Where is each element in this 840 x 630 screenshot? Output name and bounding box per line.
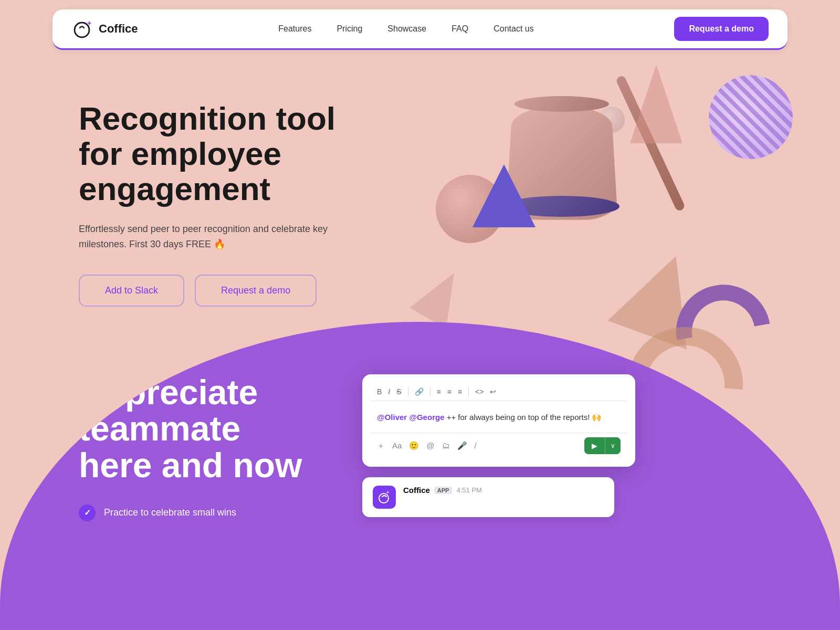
message-area: @Oliver @George ++ for always being on t… [371, 407, 627, 428]
code-icon[interactable]: <> [475, 387, 484, 396]
hero-title: Recognition tool for employee engagement [79, 101, 373, 207]
notification-badge: APP [434, 487, 453, 494]
emoji-icon[interactable]: 🙂 [409, 441, 419, 451]
check-circle-icon [79, 505, 96, 521]
send-button-group: ▶ ∨ [584, 437, 621, 454]
navbar-request-demo-button[interactable]: Request a demo [674, 17, 769, 41]
purple-section: Appreciate teammate here and now Practic… [0, 322, 840, 630]
toolbar-sep-3 [468, 387, 469, 396]
nav-pricing[interactable]: Pricing [337, 24, 362, 33]
navbar: + Coffice Features Pricing Showcase FAQ … [52, 9, 788, 50]
cone2-shape [410, 262, 472, 329]
slash-icon[interactable]: / [475, 441, 477, 451]
bold-icon[interactable]: B [377, 387, 382, 396]
cone-shape [630, 65, 682, 143]
mention-george: @George [409, 413, 444, 422]
send-chevron-button[interactable]: ∨ [605, 437, 621, 454]
nav-contact[interactable]: Contact us [494, 24, 533, 33]
font-icon[interactable]: Aa [392, 441, 402, 451]
purple-text-area: Appreciate teammate here and now Practic… [79, 374, 320, 530]
hero-buttons: Add to Slack Request a demo [79, 275, 373, 307]
notification-content: Coffice APP 4:51 PM [403, 486, 482, 497]
logo-text: Coffice [99, 22, 138, 36]
at-icon[interactable]: @ [426, 441, 434, 451]
notification-app-name: Coffice [403, 486, 430, 495]
notification-card: + Coffice APP 4:51 PM [362, 477, 614, 517]
plus-icon[interactable]: ＋ [377, 441, 385, 451]
toolbar-sep-2 [430, 387, 430, 396]
input-icons: ＋ Aa 🙂 @ 🗂 🎤 / [377, 441, 477, 451]
hero-visual [404, 59, 798, 364]
undo-icon[interactable]: ↩ [490, 387, 496, 396]
striped-ball-shape [709, 75, 793, 159]
nav-links: Features Pricing Showcase FAQ Contact us [278, 24, 533, 34]
hero-text: Recognition tool for employee engagement… [79, 91, 373, 307]
italic-icon[interactable]: I [388, 387, 390, 396]
purple-blob: Appreciate teammate here and now Practic… [0, 322, 840, 630]
send-button[interactable]: ▶ [584, 437, 605, 454]
list-icon-2[interactable]: ≡ [447, 387, 452, 396]
hero-subtitle: Effortlessly send peer to peer recogniti… [79, 222, 373, 252]
logo[interactable]: + Coffice [71, 17, 138, 40]
message-text: ++ for always being on top of the report… [447, 413, 602, 422]
strikethrough-icon[interactable]: S [396, 387, 401, 396]
folder-icon[interactable]: 🗂 [442, 441, 450, 451]
svg-text:+: + [386, 490, 389, 495]
add-to-slack-button[interactable]: Add to Slack [79, 275, 184, 307]
notification-header: Coffice APP 4:51 PM [403, 486, 482, 495]
list-icon-1[interactable]: ≡ [437, 387, 441, 396]
link-icon[interactable]: 🔗 [415, 387, 424, 396]
message-composer-card: B I S 🔗 ≡ ≡ ≡ <> ↩ @Oliver @George [362, 374, 635, 467]
svg-text:+: + [87, 19, 91, 27]
triangle-blue-shape [472, 164, 536, 227]
toolbar-sep-1 [408, 387, 408, 396]
feature-label-1: Practice to celebrate small wins [104, 507, 236, 518]
purple-title: Appreciate teammate here and now [79, 374, 320, 484]
ui-card-area: B I S 🔗 ≡ ≡ ≡ <> ↩ @Oliver @George [362, 374, 761, 517]
feature-item-1: Practice to celebrate small wins [79, 505, 320, 521]
hero-section: Recognition tool for employee engagement… [0, 59, 840, 353]
hero-request-demo-button[interactable]: Request a demo [195, 275, 317, 307]
nav-features[interactable]: Features [278, 24, 311, 33]
nav-faq[interactable]: FAQ [452, 24, 468, 33]
toolbar: B I S 🔗 ≡ ≡ ≡ <> ↩ [371, 383, 627, 401]
list-icon-3[interactable]: ≡ [458, 387, 462, 396]
input-toolbar: ＋ Aa 🙂 @ 🗂 🎤 / ▶ ∨ [371, 433, 627, 458]
nav-showcase[interactable]: Showcase [387, 24, 426, 33]
coffice-app-icon: + [373, 486, 396, 509]
cup-top-shape [514, 96, 609, 112]
mic-icon[interactable]: 🎤 [457, 441, 467, 451]
notification-time: 4:51 PM [456, 486, 481, 494]
logo-icon: + [71, 17, 94, 40]
mention-oliver: @Oliver [377, 413, 407, 422]
